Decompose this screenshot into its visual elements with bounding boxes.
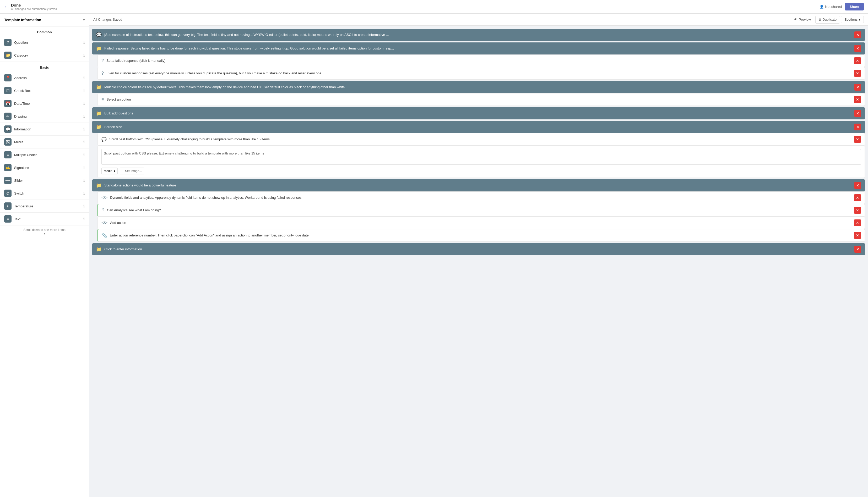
delete-child-6-4[interactable]: ✕	[854, 232, 861, 239]
content-area: All Changes Saved 👁 Preview ⧉ Duplicate …	[89, 14, 868, 497]
sidebar-item-multiplechoice[interactable]: ≡ Multiple Choice ℹ	[0, 148, 89, 161]
main-layout: Template Information ▾ Common ? Question…	[0, 14, 868, 497]
child-row-5-1[interactable]: 💬 Scroll past bottom with CSS please. Ex…	[97, 133, 865, 146]
child-row-3-1[interactable]: ≡ Select an option ✕	[97, 93, 865, 106]
delete-btn-7[interactable]: ✕	[854, 246, 861, 253]
card-2-text: Failed response. Setting failed items ha…	[104, 46, 852, 51]
media-icon: 🖼	[4, 138, 12, 146]
preview-label: Preview	[799, 17, 811, 22]
delete-child-6-2[interactable]: ✕	[854, 207, 861, 214]
temperature-info-icon: ℹ	[83, 204, 85, 208]
category-row-1[interactable]: 💬 [See example of instructions text belo…	[92, 29, 865, 41]
sidebar-item-media[interactable]: 🖼 Media ℹ	[0, 136, 89, 148]
checkbox-icon: ☑	[4, 87, 12, 94]
question-icon-6-2: ?	[102, 208, 104, 213]
auto-saved-label: All changes are automatically saved	[11, 7, 57, 11]
category-row-3[interactable]: 📁 Multiple choice colour fields are by d…	[92, 81, 865, 93]
switch-label: Switch	[14, 191, 24, 195]
code-icon-2: </>	[101, 221, 108, 225]
card-5-text: Screen size	[104, 125, 852, 129]
delete-child-2-1[interactable]: ✕	[854, 57, 861, 64]
signature-label: Signature	[14, 166, 29, 170]
folder-icon-1: 💬	[96, 32, 102, 38]
category-row-2[interactable]: 📁 Failed response. Setting failed items …	[92, 42, 865, 55]
sidebar-item-question[interactable]: ? Question ℹ	[0, 36, 89, 49]
sidebar-item-drawing[interactable]: ✏ Drawing ℹ	[0, 110, 89, 123]
sidebar-item-text[interactable]: ≡ Text ℹ	[0, 213, 89, 225]
sidebar-item-datetime[interactable]: 📅 Date/Time ℹ	[0, 97, 89, 110]
delete-btn-5[interactable]: ✕	[854, 124, 861, 130]
sidebar-item-address[interactable]: 📍 Address ℹ	[0, 71, 89, 84]
card-group-5: 📁 Screen size ✕ 💬 Scroll past bottom wit…	[92, 121, 865, 178]
done-title: Done	[11, 3, 57, 7]
checkbox-label: Check Box	[14, 89, 31, 93]
top-bar-right: 👤 Not shared Share	[819, 3, 864, 11]
information-label: Information	[14, 127, 31, 131]
sidebar-item-checkbox[interactable]: ☑ Check Box ℹ	[0, 84, 89, 97]
sidebar-item-signature[interactable]: ✍ Signature ℹ	[0, 161, 89, 174]
child-row-6-3[interactable]: </> Add action ✕	[97, 216, 865, 229]
multiplechoice-info-icon: ℹ	[83, 153, 85, 157]
template-info-header[interactable]: Template Information ▾	[0, 14, 89, 26]
datetime-info-icon: ℹ	[83, 101, 85, 105]
duplicate-button[interactable]: ⧉ Duplicate	[815, 16, 840, 24]
code-icon-1: </>	[101, 195, 108, 200]
input-textarea-5[interactable]: Scroll past bottom with CSS please. Extr…	[101, 149, 861, 165]
delete-child-6-3[interactable]: ✕	[854, 219, 861, 226]
sidebar-item-information[interactable]: 💬 Information ℹ	[0, 123, 89, 136]
category-row-7[interactable]: 📁 Click to enter information. ✕	[92, 243, 865, 255]
scroll-down-icon: ▾	[3, 232, 86, 236]
sidebar-item-switch[interactable]: ⊙ Switch ℹ	[0, 187, 89, 200]
sections-button[interactable]: Sections ▾	[841, 16, 864, 23]
card-7-text: Click to enter information.	[104, 247, 852, 252]
delete-btn-3[interactable]: ✕	[854, 84, 861, 90]
sidebar-item-slider[interactable]: ⟷ Slider ℹ	[0, 174, 89, 187]
temperature-label: Temperature	[14, 204, 33, 208]
delete-child-6-1[interactable]: ✕	[854, 194, 861, 201]
information-info-icon: ℹ	[83, 127, 85, 131]
sidebar-item-category[interactable]: 📁 Category ℹ	[0, 49, 89, 62]
duplicate-icon: ⧉	[819, 17, 821, 22]
delete-btn-4[interactable]: ✕	[854, 110, 861, 117]
signature-icon: ✍	[4, 164, 12, 171]
category-row-5[interactable]: 📁 Screen size ✕	[92, 121, 865, 133]
child-row-6-2[interactable]: ? Can Analytics see what I am doing? ✕	[97, 204, 865, 216]
folder-icon-7: 📁	[96, 246, 102, 252]
category-row-6[interactable]: 📁 Standalone actions would be a powerful…	[92, 179, 865, 191]
question-child-icon-1: ?	[101, 58, 104, 63]
text-info-icon: ℹ	[83, 217, 85, 221]
all-saved-label: All Changes Saved	[93, 17, 122, 22]
child-row-6-4[interactable]: 📎 Enter action reference number. Then cl…	[97, 229, 865, 242]
datetime-label: Date/Time	[14, 102, 30, 105]
delete-btn-6[interactable]: ✕	[854, 182, 861, 189]
card-group-6: 📁 Standalone actions would be a powerful…	[92, 179, 865, 242]
question-label: Question	[14, 41, 28, 44]
sidebar-item-temperature[interactable]: 🌡 Temperature ℹ	[0, 200, 89, 213]
delete-btn-1[interactable]: ✕	[854, 31, 861, 38]
plus-icon: +	[122, 169, 124, 173]
child-6-2-text: Can Analytics see what I am doing?	[107, 208, 852, 213]
share-button[interactable]: Share	[845, 3, 864, 11]
set-image-button[interactable]: + Set Image...	[120, 168, 144, 174]
child-row-2-2[interactable]: ? Even for custom responses (set everyon…	[97, 67, 865, 80]
top-bar: ← Done All changes are automatically sav…	[0, 0, 868, 14]
category-row-4[interactable]: 📁 Bulk add questions ✕	[92, 108, 865, 119]
sections-label: Sections	[844, 17, 857, 22]
folder-icon-2: 📁	[96, 45, 102, 51]
basic-section-label: Basic	[0, 62, 89, 71]
preview-button[interactable]: 👁 Preview	[791, 16, 814, 23]
switch-icon: ⊙	[4, 189, 12, 197]
scroll-hint-text: Scroll down to see more items	[3, 228, 86, 232]
delete-child-2-2[interactable]: ✕	[854, 70, 861, 77]
media-select[interactable]: Media ▾	[101, 168, 118, 174]
child-row-2-1[interactable]: ? Set a failed response (click it manual…	[97, 55, 865, 67]
user-icon: 👤	[819, 5, 824, 9]
delete-btn-2[interactable]: ✕	[854, 45, 861, 52]
child-row-6-1[interactable]: </> Dynamic fields and analytics. Appare…	[97, 191, 865, 204]
category-label: Category	[14, 53, 28, 57]
back-arrow[interactable]: ←	[4, 4, 9, 9]
delete-child-5-1[interactable]: ✕	[854, 136, 861, 143]
temperature-icon: 🌡	[4, 202, 12, 210]
child-2-1-text: Set a failed response (click it manually…	[106, 58, 852, 63]
delete-child-3-1[interactable]: ✕	[854, 96, 861, 103]
